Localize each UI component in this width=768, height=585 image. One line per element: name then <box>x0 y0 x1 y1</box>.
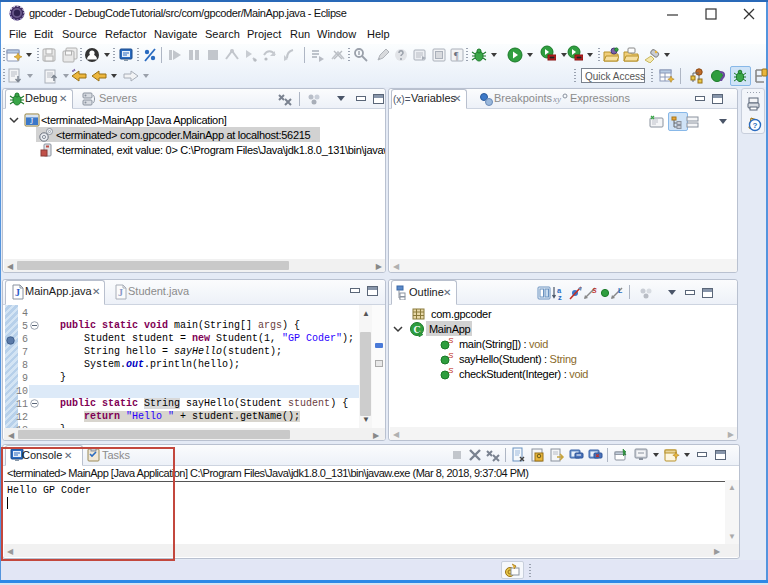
svg-text:S: S <box>448 336 454 345</box>
svg-text:J: J <box>30 117 33 126</box>
svg-text:J: J <box>15 287 20 298</box>
svg-text:S: S <box>448 366 454 375</box>
svg-text:S: S <box>448 351 454 360</box>
svg-text:¶: ¶ <box>454 50 459 61</box>
svg-text:?: ? <box>753 121 758 130</box>
svg-text:J: J <box>118 287 123 298</box>
svg-text:L: L <box>618 287 623 294</box>
svg-text:xy: xy <box>553 94 561 104</box>
svg-text:z: z <box>558 293 562 301</box>
